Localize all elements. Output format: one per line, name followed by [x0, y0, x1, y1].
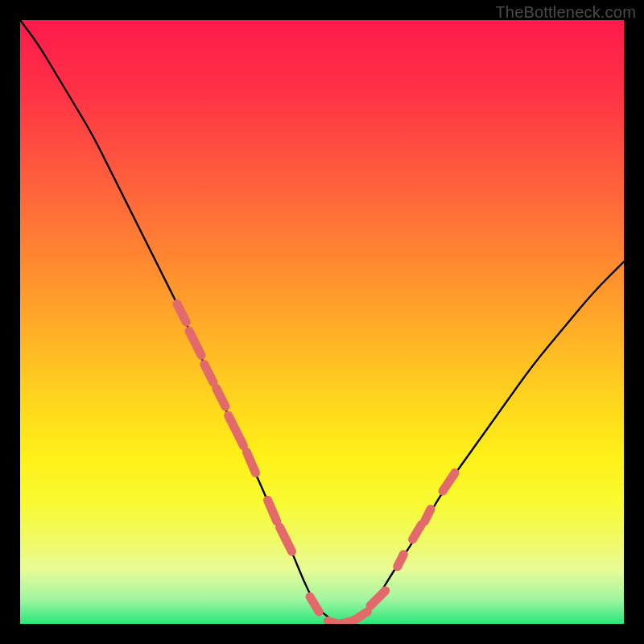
highlight-dash: [398, 555, 404, 567]
highlight-dash: [443, 473, 455, 492]
chart-frame: TheBottleneck.com: [0, 0, 644, 644]
highlight-dash: [189, 331, 201, 355]
highlight-dash: [310, 597, 319, 612]
highlight-dash: [217, 389, 225, 407]
highlight-dash: [425, 510, 431, 522]
highlight-dash: [204, 365, 213, 383]
highlight-dash: [268, 500, 277, 521]
highlight-dash: [177, 304, 186, 323]
highlight-segments: [177, 304, 455, 625]
curve-layer: [20, 20, 624, 624]
highlight-dash: [370, 591, 386, 606]
highlight-dash: [229, 415, 244, 446]
highlight-dash: [355, 612, 367, 620]
highlight-dash: [413, 524, 422, 539]
bottleneck-curve: [20, 20, 624, 622]
highlight-dash: [341, 621, 353, 624]
plot-area: [20, 20, 624, 624]
highlight-dash: [280, 527, 292, 551]
highlight-dash: [246, 452, 255, 473]
watermark-text: TheBottleneck.com: [495, 3, 636, 22]
